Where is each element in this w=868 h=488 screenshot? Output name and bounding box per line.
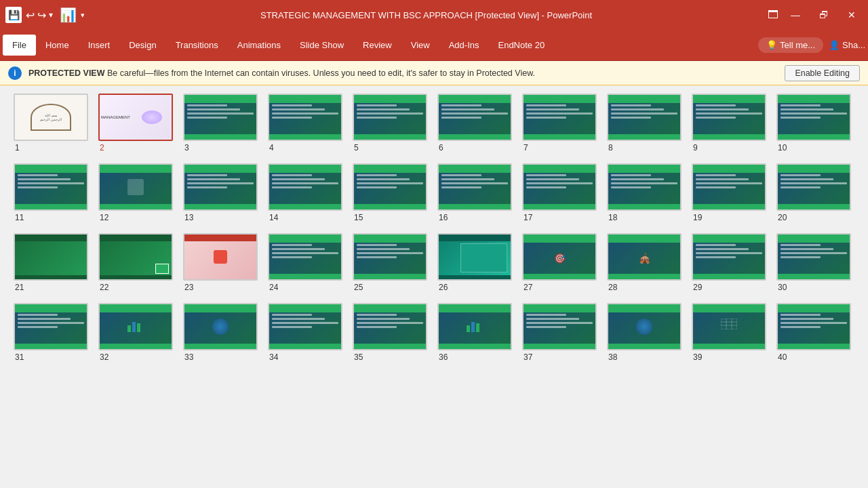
slide-item-17[interactable]: 17 [522, 163, 600, 222]
slide-item-22[interactable]: 22 [98, 233, 176, 292]
slide-thumb-23[interactable] [183, 233, 258, 281]
slide-item-40[interactable]: 40 [776, 303, 854, 362]
slide-item-7[interactable]: 7 [522, 94, 600, 152]
slide-thumb-29[interactable] [692, 233, 766, 281]
slide-thumb-12[interactable] [98, 163, 173, 211]
customize-button[interactable]: ▾ [49, 10, 53, 20]
slide-thumb-37[interactable] [522, 303, 597, 350]
slide-item-5[interactable]: 5 [353, 94, 431, 152]
slide-item-3[interactable]: 3 [183, 94, 261, 152]
slide-thumb-15[interactable] [353, 163, 427, 211]
tab-transitions[interactable]: Transitions [166, 35, 228, 56]
slide-thumb-2[interactable]: MANAGEMENT [98, 94, 173, 141]
slide-thumb-5[interactable] [353, 94, 427, 141]
enable-editing-button[interactable]: Enable Editing [785, 65, 860, 81]
slide-thumb-17[interactable] [522, 163, 597, 211]
slide-thumb-13[interactable] [183, 163, 258, 211]
close-button[interactable]: ✕ [841, 9, 863, 20]
slide-item-13[interactable]: 13 [183, 163, 261, 222]
slide-item-6[interactable]: 6 [437, 94, 515, 152]
slide-thumb-8[interactable] [607, 94, 682, 141]
slide-thumb-9[interactable] [692, 94, 766, 141]
slide-item-35[interactable]: 35 [353, 303, 431, 362]
slide-item-8[interactable]: 8 [607, 94, 685, 152]
slide-item-18[interactable]: 18 [607, 163, 685, 222]
slide-item-15[interactable]: 15 [353, 163, 431, 222]
redo-button[interactable]: ↪ [37, 9, 46, 22]
slide-item-34[interactable]: 34 [268, 303, 346, 362]
slide-thumb-36[interactable] [437, 303, 512, 350]
slide-item-4[interactable]: 4 [268, 94, 346, 152]
tab-view[interactable]: View [401, 35, 439, 56]
ribbon-display-button[interactable]: 🗖 [768, 9, 778, 21]
slide-item-28[interactable]: 🎪28 [607, 233, 685, 292]
slide-thumb-10[interactable] [776, 94, 851, 141]
slide-thumb-19[interactable] [692, 163, 766, 211]
slide-item-12[interactable]: 12 [98, 163, 176, 222]
maximize-button[interactable]: 🗗 [812, 9, 835, 20]
slide-item-36[interactable]: 36 [437, 303, 515, 362]
slide-thumb-26[interactable] [437, 233, 512, 281]
slide-thumb-39[interactable] [692, 303, 766, 350]
slide-thumb-11[interactable] [14, 163, 88, 211]
slide-thumb-21[interactable] [14, 233, 88, 281]
minimize-button[interactable]: — [784, 9, 807, 20]
slide-thumb-34[interactable] [268, 303, 342, 350]
slide-thumb-31[interactable] [14, 303, 88, 350]
slide-item-30[interactable]: 30 [776, 233, 854, 292]
slide-item-16[interactable]: 16 [437, 163, 515, 222]
slide-item-24[interactable]: 24 [268, 233, 346, 292]
slide-item-27[interactable]: 🎯27 [522, 233, 600, 292]
slide-thumb-1[interactable]: بسم اللهالرحمن الرحيم [14, 94, 88, 141]
slide-item-38[interactable]: 38 [607, 303, 685, 362]
undo-button[interactable]: ↩ [26, 9, 35, 22]
tell-me-box[interactable]: 💡 Tell me... [758, 37, 823, 53]
slide-item-14[interactable]: 14 [268, 163, 346, 222]
slide-thumb-18[interactable] [607, 163, 682, 211]
slide-thumb-40[interactable] [776, 303, 851, 350]
tab-endnote[interactable]: EndNote 20 [488, 35, 554, 56]
slide-item-25[interactable]: 25 [353, 233, 431, 292]
slide-thumb-38[interactable] [607, 303, 682, 350]
slide-thumb-25[interactable] [353, 233, 427, 281]
slide-thumb-4[interactable] [268, 94, 342, 141]
slide-thumb-35[interactable] [353, 303, 427, 350]
slide-thumb-6[interactable] [437, 94, 512, 141]
slide-item-31[interactable]: 31 [14, 303, 92, 362]
tab-animations[interactable]: Animations [228, 35, 290, 56]
slide-thumb-24[interactable] [268, 233, 342, 281]
slide-item-23[interactable]: 23 [183, 233, 261, 292]
slide-thumb-27[interactable]: 🎯 [522, 233, 597, 281]
slide-item-20[interactable]: 20 [776, 163, 854, 222]
slide-item-26[interactable]: 26 [437, 233, 515, 292]
slide-thumb-32[interactable] [98, 303, 173, 350]
slide-item-21[interactable]: 21 [14, 233, 92, 292]
save-icon[interactable]: 💾 [5, 7, 22, 23]
tab-file[interactable]: File [3, 35, 36, 56]
tab-slideshow[interactable]: Slide Show [290, 35, 353, 56]
slide-thumb-30[interactable] [776, 233, 851, 281]
tab-review[interactable]: Review [353, 35, 401, 56]
slide-thumb-33[interactable] [183, 303, 258, 350]
slide-thumb-16[interactable] [437, 163, 512, 211]
tab-insert[interactable]: Insert [79, 35, 120, 56]
tab-addins[interactable]: Add-Ins [439, 35, 489, 56]
slide-thumb-14[interactable] [268, 163, 342, 211]
slide-thumb-3[interactable] [183, 94, 258, 141]
slide-item-32[interactable]: 32 [98, 303, 176, 362]
slide-item-37[interactable]: 37 [522, 303, 600, 362]
slide-item-39[interactable]: 39 [692, 303, 770, 362]
slide-item-2[interactable]: MANAGEMENT2 [98, 94, 176, 152]
slide-item-9[interactable]: 9 [692, 94, 770, 152]
slide-thumb-20[interactable] [776, 163, 851, 211]
slide-item-10[interactable]: 10 [776, 94, 854, 152]
slide-item-19[interactable]: 19 [692, 163, 770, 222]
tab-home[interactable]: Home [36, 35, 79, 56]
slide-item-1[interactable]: بسم اللهالرحمن الرحيم1 [14, 94, 92, 152]
share-button[interactable]: 👤 Sha... [829, 40, 865, 50]
slide-thumb-22[interactable] [98, 233, 173, 281]
slide-item-29[interactable]: 29 [692, 233, 770, 292]
slide-item-33[interactable]: 33 [183, 303, 261, 362]
slide-item-11[interactable]: 11 [14, 163, 92, 222]
slide-thumb-28[interactable]: 🎪 [607, 233, 682, 281]
